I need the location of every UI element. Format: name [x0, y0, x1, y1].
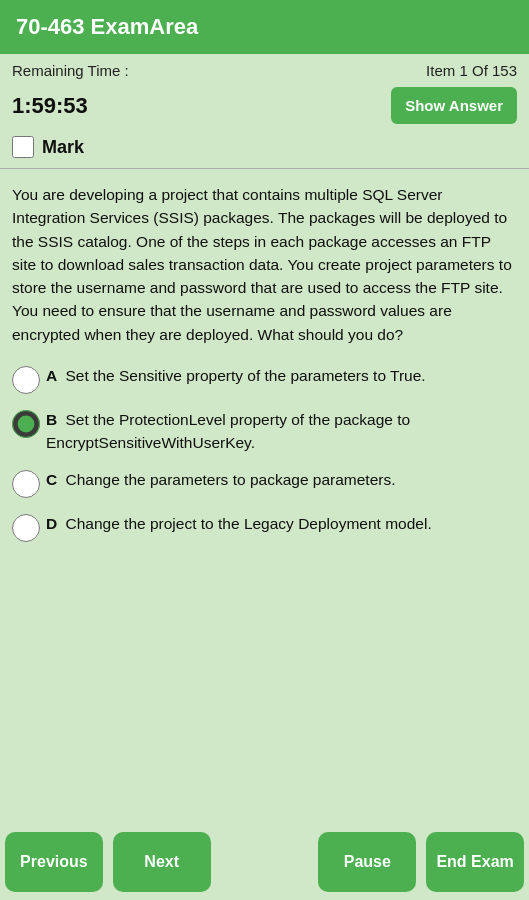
info-bar: Remaining Time : Item 1 Of 153: [0, 54, 529, 83]
next-button[interactable]: Next: [113, 832, 211, 892]
mark-label[interactable]: Mark: [42, 137, 84, 158]
pause-button[interactable]: Pause: [318, 832, 416, 892]
option-label-d: D Change the project to the Legacy Deplo…: [46, 512, 432, 535]
option-label-c: C Change the parameters to package param…: [46, 468, 396, 491]
option-radio-b[interactable]: [12, 410, 40, 438]
option-label-a: A Set the Sensitive property of the para…: [46, 364, 426, 387]
app-header: 70-463 ExamArea: [0, 0, 529, 54]
options-container: A Set the Sensitive property of the para…: [12, 364, 517, 543]
mark-checkbox[interactable]: [12, 136, 34, 158]
previous-button[interactable]: Previous: [5, 832, 103, 892]
footer: Previous Next Pause End Exam: [0, 824, 529, 900]
timer-row: 1:59:53 Show Answer: [0, 83, 529, 132]
option-radio-a[interactable]: [12, 366, 40, 394]
question-text: You are developing a project that contai…: [12, 183, 517, 346]
question-area: You are developing a project that contai…: [0, 169, 529, 824]
remaining-time-label: Remaining Time :: [12, 62, 129, 79]
app-title: 70-463 ExamArea: [16, 14, 198, 39]
option-row-c: C Change the parameters to package param…: [12, 468, 517, 498]
mark-row: Mark: [0, 132, 529, 168]
countdown-timer: 1:59:53: [12, 93, 88, 119]
option-row-a: A Set the Sensitive property of the para…: [12, 364, 517, 394]
option-label-b: B Set the ProtectionLevel property of th…: [46, 408, 517, 455]
end-exam-button[interactable]: End Exam: [426, 832, 524, 892]
option-radio-c[interactable]: [12, 470, 40, 498]
option-row-b: B Set the ProtectionLevel property of th…: [12, 408, 517, 455]
item-counter: Item 1 Of 153: [426, 62, 517, 79]
show-answer-button[interactable]: Show Answer: [391, 87, 517, 124]
option-radio-d[interactable]: [12, 514, 40, 542]
option-row-d: D Change the project to the Legacy Deplo…: [12, 512, 517, 542]
